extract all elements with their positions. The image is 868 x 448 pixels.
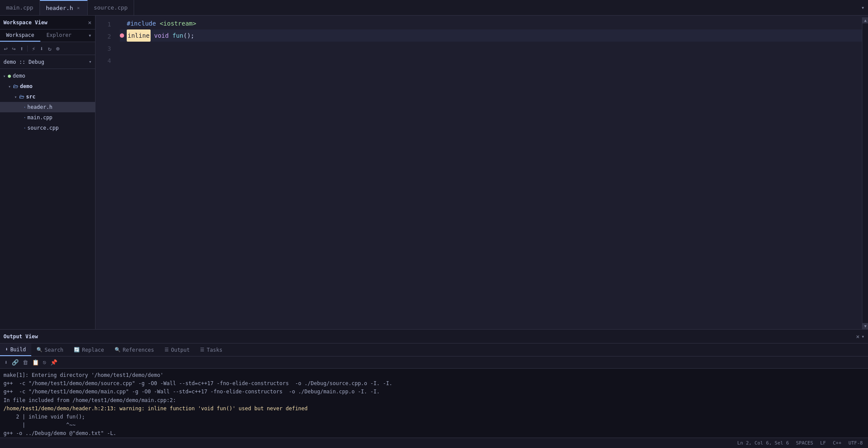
output-toolbar-btn-clear[interactable]: 🗑 bbox=[22, 358, 29, 366]
status-position: Ln 2, Col 6, Sel 6 bbox=[737, 440, 789, 446]
code-fun: fun bbox=[172, 29, 183, 42]
file-tree: ▾ ● demo ▾ 🗁 demo ▾ 🗁 src · bbox=[0, 69, 95, 329]
output-panel: Output View × ▾ ⬇ Build 🔍 Search 🔄 Repla… bbox=[0, 329, 868, 438]
editor-area[interactable]: 1 2 3 4 #include <iostream> inline bbox=[95, 16, 868, 329]
tab-header-h-close[interactable]: × bbox=[76, 5, 81, 11]
project-selector-text: demo :: Debug bbox=[3, 59, 89, 65]
tree-item-source-cpp[interactable]: · source.cpp bbox=[0, 123, 95, 133]
tree-item-src[interactable]: ▾ 🗁 src bbox=[0, 92, 95, 102]
tree-item-header-h[interactable]: · header.h bbox=[0, 102, 95, 112]
output-line-4: In file included from /home/test1/demo/d… bbox=[3, 396, 865, 405]
tab-main-cpp[interactable]: main.cpp bbox=[0, 0, 40, 15]
tree-dot-main: · bbox=[23, 115, 26, 120]
toolbar-btn-sync[interactable]: ⚡ bbox=[30, 44, 36, 53]
sidebar-close-btn[interactable]: × bbox=[88, 19, 92, 26]
tree-item-main-cpp[interactable]: · main.cpp bbox=[0, 112, 95, 123]
toolbar-btn-expand[interactable]: ⬇ bbox=[39, 44, 45, 53]
output-tabs: ⬇ Build 🔍 Search 🔄 Replace 🔍 References … bbox=[0, 343, 868, 356]
output-tab-tasks[interactable]: ☰ Tasks bbox=[195, 343, 227, 356]
toolbar-btn-collapse[interactable]: ↻ bbox=[46, 44, 53, 53]
output-tab-refs-label: References bbox=[123, 347, 154, 353]
tree-label-main: main.cpp bbox=[27, 114, 53, 121]
toolbar-btn-up[interactable]: ⬆ bbox=[19, 44, 25, 53]
code-include: #include bbox=[127, 17, 156, 29]
code-line-1: #include <iostream> bbox=[120, 17, 862, 29]
tree-item-root[interactable]: ▾ ● demo bbox=[0, 71, 95, 81]
output-line-3: g++ -c "/home/test1/demo/demo/main.cpp" … bbox=[3, 388, 865, 396]
output-tab-search-label: Search bbox=[45, 347, 63, 353]
tab-overflow-btn[interactable]: ▾ bbox=[858, 0, 868, 15]
toolbar-btn-add[interactable]: ⊕ bbox=[55, 44, 61, 53]
output-line-6: 2 | inline void fun(); bbox=[3, 413, 865, 421]
tree-icon-src: 🗁 bbox=[19, 94, 24, 100]
output-tab-replace[interactable]: 🔄 Replace bbox=[69, 343, 109, 356]
status-line-ending: LF bbox=[820, 440, 826, 446]
output-tab-output[interactable]: ☰ Output bbox=[159, 343, 195, 356]
sidebar-tabs-arrow[interactable]: ▾ bbox=[85, 29, 95, 42]
code-iostream: <iostream> bbox=[160, 17, 196, 29]
tab-source-cpp[interactable]: source.cpp bbox=[88, 0, 134, 15]
output-icon: ☰ bbox=[164, 347, 169, 353]
output-toolbar-btn-1[interactable]: ⬇ bbox=[3, 358, 9, 366]
output-line-7: | ^~~ bbox=[3, 421, 865, 429]
tree-arrow-root: ▾ bbox=[2, 74, 7, 78]
sidebar-header: Workspace View × bbox=[0, 16, 95, 29]
status-bar: Ln 2, Col 6, Sel 6 SPACES LF C++ UTF-8 bbox=[0, 438, 868, 448]
output-tab-replace-label: Replace bbox=[82, 347, 104, 353]
output-close-btn[interactable]: × bbox=[856, 333, 859, 340]
breakpoint-dot-2 bbox=[120, 33, 124, 38]
build-icon: ⬇ bbox=[5, 347, 8, 352]
code-inline: inline bbox=[127, 29, 151, 42]
toolbar-btn-back[interactable]: ↩ bbox=[3, 44, 9, 53]
line-num-1: 1 bbox=[95, 18, 111, 30]
output-line-5: /home/test1/demo/demo/header.h:2:13: war… bbox=[3, 405, 865, 413]
tree-item-demo-folder[interactable]: ▾ 🗁 demo bbox=[0, 81, 95, 92]
tab-main-cpp-label: main.cpp bbox=[6, 4, 33, 11]
code-line-4 bbox=[120, 54, 862, 66]
tree-dot-source: · bbox=[23, 126, 26, 131]
sidebar: Workspace View × Workspace Explorer ▾ ↩ … bbox=[0, 16, 95, 329]
output-header: Output View × ▾ bbox=[0, 330, 868, 343]
replace-icon: 🔄 bbox=[74, 347, 80, 353]
tree-icon-demo: 🗁 bbox=[13, 83, 18, 89]
tree-label-header: header.h bbox=[27, 104, 53, 110]
output-line-1: make[1]: Entering directory '/home/test1… bbox=[3, 371, 865, 379]
tab-bar: main.cpp header.h × source.cpp ▾ bbox=[0, 0, 868, 16]
output-tab-search[interactable]: 🔍 Search bbox=[31, 343, 69, 356]
output-body[interactable]: make[1]: Entering directory '/home/test1… bbox=[0, 369, 868, 438]
sidebar-tabs: Workspace Explorer ▾ bbox=[0, 29, 95, 42]
line-numbers: 1 2 3 4 bbox=[95, 17, 116, 329]
output-tab-build-label: Build bbox=[10, 347, 26, 353]
project-selector[interactable]: demo :: Debug ▾ bbox=[0, 55, 95, 69]
tab-header-h[interactable]: header.h × bbox=[40, 0, 88, 15]
status-spaces: SPACES bbox=[796, 440, 813, 446]
output-toolbar-btn-ext[interactable]: ⎋ bbox=[42, 358, 47, 366]
scroll-down-btn[interactable]: ▼ bbox=[862, 323, 868, 329]
right-scrollbar[interactable]: ▲ ▼ bbox=[862, 17, 868, 329]
code-editor[interactable]: #include <iostream> inline void fun (); bbox=[116, 17, 862, 329]
output-toolbar-btn-link[interactable]: 🔗 bbox=[11, 358, 20, 366]
no-breakpoint-3 bbox=[120, 46, 124, 50]
sidebar-tab-workspace[interactable]: Workspace bbox=[0, 29, 40, 42]
tab-source-cpp-label: source.cpp bbox=[94, 4, 128, 11]
line-num-4: 4 bbox=[95, 55, 111, 67]
tree-dot-header: · bbox=[23, 105, 26, 110]
output-panel-title: Output View bbox=[3, 334, 38, 340]
output-line-2: g++ -c "/home/test1/demo/demo/source.cpp… bbox=[3, 379, 865, 388]
status-encoding: UTF-8 bbox=[848, 440, 863, 446]
output-tab-build[interactable]: ⬇ Build bbox=[0, 343, 31, 356]
tasks-icon: ☰ bbox=[200, 347, 204, 353]
code-void: void bbox=[154, 29, 169, 42]
sidebar-tab-explorer[interactable]: Explorer bbox=[40, 29, 78, 42]
output-tab-references[interactable]: 🔍 References bbox=[109, 343, 159, 356]
output-toolbar-btn-pin[interactable]: 📌 bbox=[49, 358, 58, 366]
output-collapse-btn[interactable]: ▾ bbox=[861, 334, 865, 340]
project-selector-arrow: ▾ bbox=[89, 59, 92, 65]
tree-label-source: source.cpp bbox=[27, 125, 59, 131]
line-num-2: 2 bbox=[95, 30, 111, 43]
toolbar-btn-forward[interactable]: ↪ bbox=[10, 44, 16, 53]
tree-arrow-demo: ▾ bbox=[7, 84, 12, 89]
scroll-up-btn[interactable]: ▲ bbox=[862, 17, 868, 23]
output-toolbar-btn-copy[interactable]: 📋 bbox=[31, 358, 40, 366]
no-breakpoint-4 bbox=[120, 58, 124, 62]
